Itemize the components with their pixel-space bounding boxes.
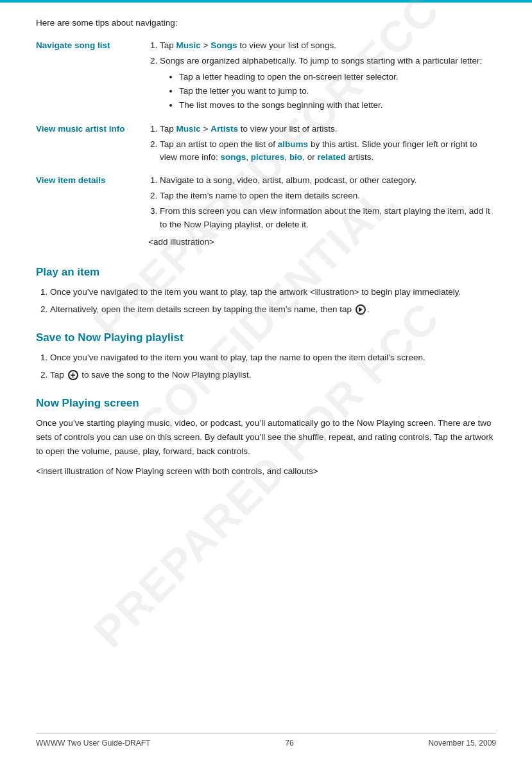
view-music-artist-info-label: View music artist info: [36, 121, 148, 168]
play-an-item-section: Play an item Once you’ve navigated to th…: [36, 266, 496, 316]
now-playing-screen-title: Now Playing screen: [36, 397, 496, 410]
artists-link: Artists: [210, 124, 238, 134]
save-to-now-playing-title: Save to Now Playing playlist: [36, 331, 496, 344]
navigate-song-list-content: Tap Music > Songs to view your list of s…: [148, 38, 496, 116]
footer-left: WWWW Two User Guide-DRAFT: [36, 739, 150, 748]
footer-page-number: 76: [285, 739, 293, 748]
navigate-song-list-label: Navigate song list: [36, 38, 148, 116]
list-item: Tap Music > Artists to view your list of…: [160, 123, 496, 136]
music-link: Music: [176, 40, 201, 50]
now-playing-illustration: <insert illustration of Now Playing scre…: [36, 464, 496, 478]
list-item: Alternatively, open the item details scr…: [50, 303, 496, 317]
list-item: Tap the letter you want to jump to.: [179, 85, 496, 98]
list-item: Tap Music > Songs to view your list of s…: [160, 39, 496, 53]
list-item: Tap the item’s name to open the item det…: [160, 189, 496, 203]
now-playing-screen-section: Now Playing screen Once you’ve starting …: [36, 397, 496, 478]
list-item: Tap to save the song to the Now Playing …: [50, 368, 496, 382]
top-border: [0, 0, 532, 3]
list-item: From this screen you can view informatio…: [160, 205, 496, 232]
now-playing-body-text: Once you’ve starting playing music, vide…: [36, 416, 496, 458]
list-item: Tap a letter heading to open the on-scre…: [179, 71, 496, 84]
songs-link: songs: [221, 152, 246, 162]
now-playing-screen-body: Once you’ve starting playing music, vide…: [36, 416, 496, 478]
list-item: Once you’ve navigated to the item you wa…: [50, 285, 496, 299]
play-an-item-title: Play an item: [36, 266, 496, 279]
list-item: Tap an artist to open the list of albums…: [160, 138, 496, 165]
list-item: Songs are organized alphabetically. To j…: [160, 55, 496, 112]
music-link: Music: [176, 124, 201, 134]
pictures-link: pictures: [251, 152, 285, 162]
list-item: Navigate to a song, video, artist, album…: [160, 174, 496, 188]
footer: WWWW Two User Guide-DRAFT 76 November 15…: [36, 733, 496, 748]
save-to-now-playing-section: Save to Now Playing playlist Once you’ve…: [36, 331, 496, 382]
intro-text: Here are some tips about navigating:: [36, 18, 496, 28]
list-item: Once you’ve navigated to the item you wa…: [50, 351, 496, 365]
view-music-artist-info-section: View music artist info Tap Music > Artis…: [36, 121, 496, 168]
play-icon: [356, 304, 366, 315]
view-item-details-section: View item details Navigate to a song, vi…: [36, 173, 496, 250]
list-item: The list moves to the songs beginning wi…: [179, 99, 496, 112]
add-icon: [68, 370, 78, 380]
add-illustration: <add illustration>: [148, 236, 496, 249]
bio-link: bio: [289, 152, 302, 162]
view-music-artist-info-content: Tap Music > Artists to view your list of…: [148, 121, 496, 168]
related-link: related: [317, 152, 345, 162]
albums-link: albums: [278, 139, 308, 149]
play-an-item-content: Once you’ve navigated to the item you wa…: [36, 285, 496, 316]
save-to-now-playing-content: Once you’ve navigated to the item you wa…: [36, 351, 496, 382]
navigate-song-list-section: Navigate song list Tap Music > Songs to …: [36, 38, 496, 116]
songs-link: Songs: [210, 40, 237, 50]
view-item-details-label: View item details: [36, 173, 148, 250]
page: PREPARED FOR FCC CONFIDENTIAL PREPARED F…: [0, 0, 532, 763]
view-item-details-content: Navigate to a song, video, artist, album…: [148, 173, 496, 250]
footer-right: November 15, 2009: [429, 739, 496, 748]
